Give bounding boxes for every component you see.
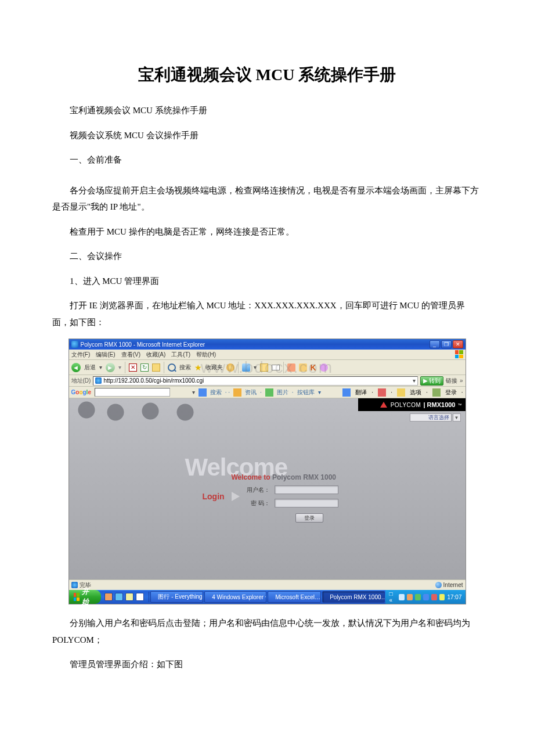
step-heading: 1、进入 MCU 管理界面: [52, 273, 482, 290]
home-button[interactable]: [152, 363, 160, 372]
taskbar-item-active[interactable]: Polycom RMX 1000…: [322, 591, 385, 603]
tray-icon[interactable]: [407, 594, 413, 600]
links-label[interactable]: 链接: [446, 377, 457, 385]
minimize-button[interactable]: _: [430, 340, 440, 348]
back-label: 后退: [84, 363, 96, 372]
google-item[interactable]: 按钮库: [297, 388, 315, 397]
ie-icon: [71, 341, 78, 348]
edit-icon[interactable]: [272, 365, 280, 370]
address-input[interactable]: http://192.200.0.50/cgi-bin/rmx1000.cgi …: [93, 376, 418, 386]
google-right-item[interactable]: 登录: [445, 388, 457, 397]
google-toolbar: Google ▾ 搜索 · · 资讯 · 图片 · 按钮库 ▾ 翻译 · · 选…: [69, 387, 466, 398]
address-bar: 地址(D) http://192.200.0.50/cgi-bin/rmx100…: [69, 375, 466, 387]
toolbar-icon[interactable]: [287, 363, 295, 372]
back-button[interactable]: ◄: [71, 363, 81, 372]
favorites-icon[interactable]: ★: [194, 363, 202, 372]
forward-button[interactable]: ►: [106, 363, 115, 372]
ie-icon: [71, 582, 78, 588]
maximize-button[interactable]: ❐: [441, 340, 452, 348]
toolbar-icon[interactable]: [342, 388, 351, 397]
windows-flag-icon: [74, 593, 80, 601]
url-text: http://192.200.0.50/cgi-bin/rmx1000.cgi: [103, 377, 204, 384]
toolbar-icon[interactable]: K: [311, 363, 316, 372]
window-title: Polycom RMX 1000 - Microsoft Internet Ex…: [81, 341, 205, 348]
search-icon[interactable]: [168, 363, 176, 372]
language-select[interactable]: 语言选择: [410, 413, 452, 422]
taskbar: 开始 图行 - Everything 4 Windows Explorer ▾ …: [69, 590, 466, 604]
windows-flag-icon: [455, 350, 463, 358]
toolbar-icon[interactable]: [299, 363, 307, 372]
start-button[interactable]: 开始: [69, 590, 101, 604]
section-heading: 二、会议操作: [52, 248, 482, 265]
page-content: POLYCOM | RMX1000 ™ 语言选择 ▼ Welcome Welco…: [69, 398, 466, 579]
decorative-silhouette: [69, 398, 203, 422]
tray-clock: 17:07: [447, 594, 461, 600]
menu-help[interactable]: 帮助(H): [196, 351, 216, 359]
embedded-screenshot: Polycom RMX 1000 - Microsoft Internet Ex…: [68, 339, 466, 604]
google-search-input[interactable]: [95, 388, 170, 397]
login-heading: Login: [203, 492, 225, 501]
tray-icon[interactable]: [439, 594, 445, 600]
toolbar-icon[interactable]: [378, 388, 386, 397]
window-titlebar: Polycom RMX 1000 - Microsoft Internet Ex…: [69, 339, 466, 350]
product-banner: POLYCOM | RMX1000 ™: [358, 398, 466, 411]
tray-icon[interactable]: [399, 594, 405, 600]
menu-view[interactable]: 查看(V): [121, 351, 140, 359]
trademark: ™: [458, 403, 462, 407]
login-button[interactable]: 登录: [295, 513, 323, 523]
security-zone: Internet: [443, 582, 463, 588]
history-icon[interactable]: [226, 363, 234, 372]
username-input[interactable]: [275, 485, 338, 494]
brand-label: POLYCOM: [391, 402, 421, 408]
google-right-item[interactable]: 翻译: [355, 388, 367, 397]
paragraph: 打开 IE 浏览器界面，在地址栏输入 MCU 地址：XXX.XXX.XXX.XX…: [52, 297, 482, 330]
taskbar-item[interactable]: Microsoft Excel…: [268, 591, 321, 603]
taskbar-item[interactable]: 4 Windows Explorer ▾: [204, 591, 266, 603]
print-icon[interactable]: [260, 363, 268, 372]
toolbar-icon[interactable]: [432, 388, 441, 397]
go-button[interactable]: ▶ 转到: [420, 376, 443, 386]
google-logo[interactable]: Google: [71, 389, 91, 395]
paragraph: 分别输入用户名和密码后点击登陆；用户名和密码由信息中心统一发放，默认情况下为用户…: [52, 615, 482, 648]
quicklaunch-icon[interactable]: [115, 593, 123, 601]
document-title: 宝利通视频会议 MCU 系统操作手册: [52, 64, 482, 86]
paragraph: 检查用于 MCU 操作的电脑是否正常，网终连接是否正常。: [52, 224, 482, 240]
search-icon[interactable]: [199, 388, 207, 397]
password-input[interactable]: [275, 499, 338, 507]
taskbar-item[interactable]: 图行 - Everything: [150, 591, 203, 603]
quicklaunch-icon[interactable]: [125, 593, 134, 601]
quicklaunch-icon[interactable]: [104, 593, 113, 601]
password-label: 密 码：: [247, 499, 270, 507]
refresh-button[interactable]: ↻: [140, 363, 149, 372]
dropdown-arrow-icon[interactable]: ▼: [453, 413, 461, 422]
quicklaunch-icon[interactable]: [136, 593, 144, 601]
toolbar-icon[interactable]: [265, 388, 273, 397]
menu-file[interactable]: 文件(F): [71, 351, 91, 359]
mail-icon[interactable]: [242, 363, 250, 372]
welcome-subheading: Welcome to Polycom RMX 1000: [232, 473, 371, 481]
google-search-label[interactable]: 搜索: [210, 388, 222, 397]
tray-icon[interactable]: [415, 594, 421, 600]
google-item[interactable]: 图片: [277, 388, 288, 397]
toolbar-icon[interactable]: [397, 388, 405, 397]
tray-icon[interactable]: [423, 594, 429, 600]
polycom-logo-icon: [380, 402, 387, 408]
ie-icon: [95, 377, 102, 384]
menu-tools[interactable]: 工具(T): [171, 351, 190, 359]
stop-button[interactable]: ✕: [129, 363, 137, 372]
system-tray: □ « 17:07: [385, 590, 465, 604]
address-label: 地址(D): [71, 377, 91, 385]
menu-edit[interactable]: 编辑(E): [96, 351, 115, 359]
favorites-label: 收藏夹: [205, 363, 223, 372]
close-button[interactable]: ✕: [453, 340, 463, 348]
google-right-item[interactable]: 选项: [410, 388, 421, 397]
menu-favorites[interactable]: 收藏(A): [146, 351, 165, 359]
quick-launch: [101, 593, 147, 601]
paragraph: 视频会议系统 MCU 会议操作手册: [52, 127, 482, 144]
search-label: 搜索: [179, 363, 191, 372]
toolbar-icon[interactable]: [233, 388, 241, 397]
menu-bar: 文件(F) 编辑(E) 查看(V) 收藏(A) 工具(T) 帮助(H): [69, 350, 466, 360]
tray-icon[interactable]: [431, 594, 437, 600]
toolbar-icon[interactable]: [320, 363, 328, 372]
google-item[interactable]: 资讯: [245, 388, 257, 397]
